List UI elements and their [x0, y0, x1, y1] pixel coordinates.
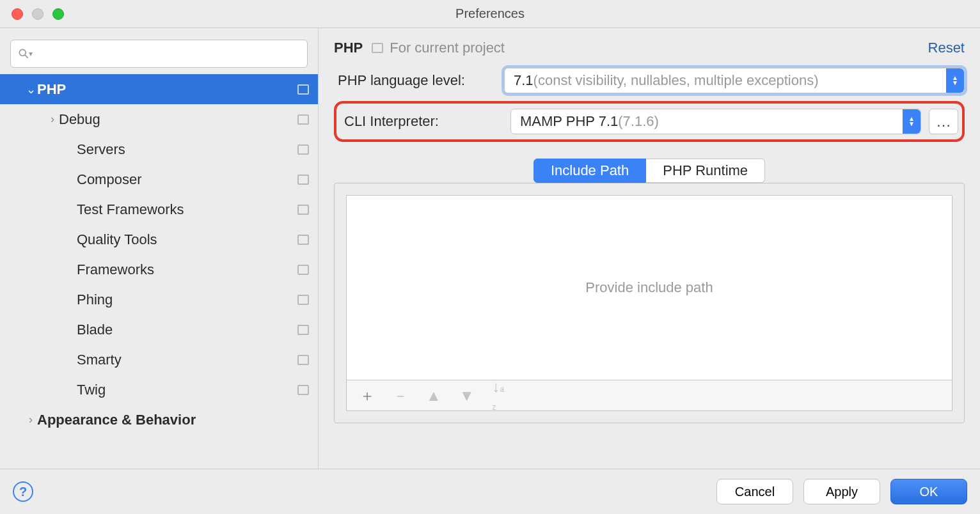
sort-icon: ↓az	[493, 378, 505, 414]
sidebar-item-label: Quality Tools	[77, 231, 292, 248]
chevron-right-icon: ›	[24, 413, 37, 426]
php-language-row: PHP language level: 7.1 (const visibilit…	[334, 68, 965, 93]
settings-tree[interactable]: ⌄PHP›DebugServersComposerTest Frameworks…	[0, 74, 318, 469]
tab-php-runtime[interactable]: PHP Runtime	[646, 159, 765, 183]
sidebar-item-servers[interactable]: Servers	[0, 134, 318, 164]
cli-interpreter-select[interactable]: MAMP PHP 7.1 (7.1.6) ▲▼	[510, 109, 921, 134]
page-title: PHP	[334, 40, 363, 56]
project-scope-icon	[297, 385, 309, 395]
window-title: Preferences	[0, 6, 980, 21]
project-scope-icon	[297, 205, 309, 215]
move-down-icon: ▼	[459, 387, 475, 405]
search-input[interactable]: ▾	[10, 40, 308, 68]
sidebar-item-label: Appearance & Behavior	[37, 412, 309, 428]
sidebar-item-twig[interactable]: Twig	[0, 375, 318, 405]
sidebar-item-label: Phing	[77, 292, 292, 308]
apply-button[interactable]: Apply	[803, 479, 880, 504]
main-panel: PHP For current project Reset PHP langua…	[319, 28, 980, 469]
svg-point-0	[19, 49, 26, 56]
cli-interpreter-row: CLI Interpreter: MAMP PHP 7.1 (7.1.6) ▲▼…	[334, 101, 965, 142]
dialog-footer: ? Cancel Apply OK	[0, 469, 980, 514]
list-toolbar: ＋ － ▲ ▼ ↓az	[346, 380, 952, 411]
preferences-window: Preferences ▾ ⌄PHP›DebugServersComposerT…	[0, 0, 980, 514]
sidebar-item-label: Composer	[77, 171, 292, 188]
cancel-button[interactable]: Cancel	[716, 479, 793, 504]
search-icon	[17, 47, 30, 60]
project-scope-icon	[297, 114, 309, 125]
page-subtitle: For current project	[390, 40, 505, 56]
chevron-down-icon: ⌄	[24, 82, 37, 97]
project-scope-icon	[297, 355, 309, 365]
project-scope-icon	[297, 84, 309, 95]
php-language-value: 7.1	[514, 72, 533, 89]
add-icon[interactable]: ＋	[360, 386, 375, 406]
tab-include-path[interactable]: Include Path	[533, 159, 646, 183]
page-header: PHP For current project Reset	[334, 40, 965, 56]
content-area: ▾ ⌄PHP›DebugServersComposerTest Framewor…	[0, 28, 980, 469]
sidebar-item-php[interactable]: ⌄PHP	[0, 74, 318, 104]
search-history-icon[interactable]: ▾	[29, 49, 33, 58]
help-button[interactable]: ?	[13, 481, 33, 502]
chevron-updown-icon: ▲▼	[903, 109, 921, 134]
sidebar-item-label: Smarty	[77, 352, 292, 368]
project-scope-icon	[297, 175, 309, 185]
include-panel: Include Path PHP Runtime Provide include…	[334, 159, 965, 462]
sidebar-item-label: PHP	[37, 81, 292, 98]
sidebar-item-label: Blade	[77, 322, 292, 338]
include-path-placeholder: Provide include path	[585, 279, 713, 296]
sidebar-item-label: Debug	[59, 111, 292, 128]
sidebar: ▾ ⌄PHP›DebugServersComposerTest Framewor…	[0, 28, 319, 469]
sidebar-item-label: Twig	[77, 382, 292, 398]
include-path-list[interactable]: Provide include path	[346, 195, 952, 380]
sidebar-item-smarty[interactable]: Smarty	[0, 345, 318, 375]
project-scope-icon	[297, 265, 309, 275]
project-scope-icon	[372, 43, 383, 53]
sidebar-item-phing[interactable]: Phing	[0, 284, 318, 315]
project-scope-icon	[297, 295, 309, 305]
project-scope-icon	[297, 144, 309, 155]
chevron-right-icon: ›	[46, 113, 59, 126]
ok-button[interactable]: OK	[890, 479, 967, 504]
sidebar-item-label: Frameworks	[77, 261, 292, 278]
sidebar-item-debug[interactable]: ›Debug	[0, 104, 318, 134]
php-language-label: PHP language level:	[338, 72, 504, 89]
sidebar-item-frameworks[interactable]: Frameworks	[0, 254, 318, 284]
project-scope-icon	[297, 235, 309, 245]
move-up-icon: ▲	[426, 387, 441, 405]
svg-line-1	[25, 55, 28, 58]
cli-interpreter-label: CLI Interpreter:	[344, 113, 510, 130]
include-path-panel: Provide include path ＋ － ▲ ▼ ↓az	[334, 183, 965, 423]
sidebar-item-blade[interactable]: Blade	[0, 315, 318, 345]
sidebar-item-composer[interactable]: Composer	[0, 164, 318, 194]
cli-interpreter-hint: (7.1.6)	[618, 113, 659, 130]
sidebar-item-appearance-behavior[interactable]: ›Appearance & Behavior	[0, 405, 318, 435]
cli-interpreter-value: MAMP PHP 7.1	[520, 113, 618, 130]
chevron-updown-icon: ▲▼	[946, 68, 964, 93]
browse-interpreter-button[interactable]: …	[929, 109, 958, 134]
php-language-hint: (const visibility, nullables, multiple e…	[533, 72, 819, 89]
titlebar: Preferences	[0, 0, 980, 28]
reset-link[interactable]: Reset	[928, 40, 965, 56]
tab-bar: Include Path PHP Runtime	[334, 159, 965, 183]
php-language-select[interactable]: 7.1 (const visibility, nullables, multip…	[504, 68, 965, 93]
sidebar-item-quality-tools[interactable]: Quality Tools	[0, 224, 318, 254]
sidebar-item-label: Test Frameworks	[77, 201, 292, 218]
sidebar-item-label: Servers	[77, 141, 292, 158]
project-scope-icon	[297, 325, 309, 335]
sidebar-item-test-frameworks[interactable]: Test Frameworks	[0, 194, 318, 224]
remove-icon: －	[393, 386, 408, 406]
